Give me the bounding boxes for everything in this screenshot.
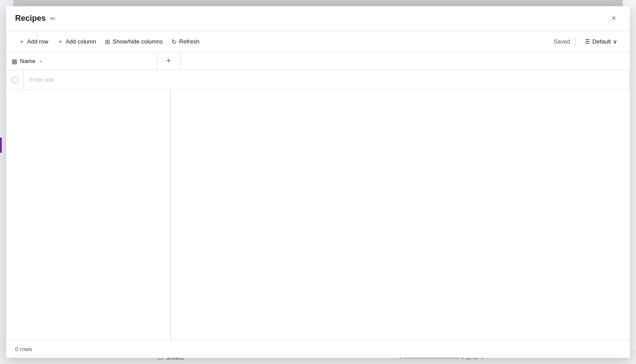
column-sort-chevron: ∨ xyxy=(39,59,42,63)
row-cell-name[interactable] xyxy=(24,70,630,89)
modal-dialog: Recipes ✏ × ＋ Add row ＋ Add column ⊞ Sho… xyxy=(6,6,630,358)
grid-container: ▦ Name ∨ + xyxy=(6,52,630,340)
toolbar-divider xyxy=(576,37,576,46)
rows-count: 0 rows xyxy=(15,346,32,352)
table-row xyxy=(6,70,630,90)
resize-handle[interactable] xyxy=(171,90,171,340)
show-hide-icon: ⊞ xyxy=(105,38,110,45)
column-header-name[interactable]: ▦ Name ∨ xyxy=(6,52,157,70)
modal-title: Recipes xyxy=(15,14,46,23)
default-view-list-icon: ☰ xyxy=(585,38,590,45)
refresh-button[interactable]: ↻ Refresh xyxy=(168,36,203,47)
add-column-icon: ＋ xyxy=(57,38,64,46)
modal-title-area: Recipes ✏ xyxy=(15,14,56,23)
enter-text-input[interactable] xyxy=(29,76,624,83)
add-row-button[interactable]: ＋ Add row xyxy=(15,36,52,48)
add-row-icon: ＋ xyxy=(19,38,25,46)
sidebar-accent xyxy=(0,138,2,153)
default-view-button[interactable]: ☰ Default ∨ xyxy=(581,36,621,47)
show-hide-label: Show/hide columns xyxy=(112,38,163,45)
grid-header-row: ▦ Name ∨ + xyxy=(6,52,630,70)
close-button[interactable]: × xyxy=(607,12,621,26)
toolbar-right: Saved ☰ Default ∨ xyxy=(554,36,621,47)
default-view-label: Default xyxy=(592,38,611,45)
refresh-label: Refresh xyxy=(179,38,200,45)
add-column-button[interactable]: ＋ Add column xyxy=(54,36,100,48)
modal-header: Recipes ✏ × xyxy=(6,6,630,31)
toolbar: ＋ Add row ＋ Add column ⊞ Show/hide colum… xyxy=(6,31,630,52)
column-type-icon: ▦ xyxy=(12,58,17,65)
row-selector[interactable] xyxy=(6,70,24,89)
add-column-label: Add column xyxy=(66,38,96,45)
row-checkbox[interactable] xyxy=(12,76,19,83)
refresh-icon: ↻ xyxy=(172,38,177,45)
add-row-label: Add row xyxy=(27,38,48,45)
show-hide-columns-button[interactable]: ⊞ Show/hide columns xyxy=(101,36,166,47)
add-column-plus-icon: + xyxy=(166,56,171,66)
add-column-plus-button[interactable]: + xyxy=(157,52,180,70)
modal-body: ▦ Name ∨ + xyxy=(6,52,630,340)
column-name-label: Name xyxy=(20,58,36,64)
edit-title-icon[interactable]: ✏ xyxy=(50,15,56,22)
saved-status: Saved xyxy=(554,38,570,45)
modal-footer: 0 rows xyxy=(6,340,630,358)
default-view-chevron: ∨ xyxy=(613,38,617,45)
